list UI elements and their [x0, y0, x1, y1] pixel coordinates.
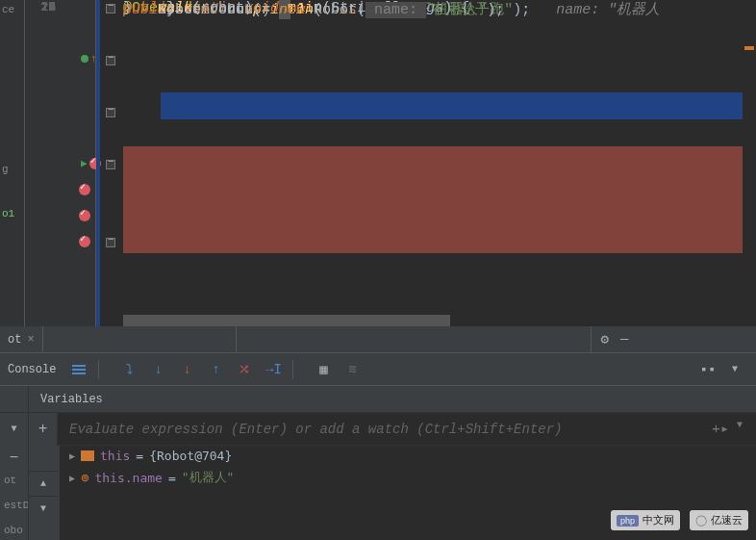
- breakpoint-icon[interactable]: [79, 236, 90, 247]
- add-watch-button[interactable]: +: [29, 413, 58, 446]
- expand-icon[interactable]: ▶: [69, 450, 75, 461]
- fold-icon[interactable]: [106, 108, 115, 117]
- chevron-down-icon[interactable]: ▼: [0, 413, 29, 446]
- horizontal-scrollbar[interactable]: [123, 315, 756, 326]
- expand-icon[interactable]: ▶: [69, 473, 75, 483]
- close-icon[interactable]: ×: [27, 333, 34, 347]
- variables-title: Variables: [29, 393, 114, 406]
- chevron-down-icon[interactable]: ▼: [725, 360, 744, 379]
- watch-row: ▼ + Evaluate expression (Enter) or add a…: [0, 413, 756, 446]
- variables-header: Variables: [0, 386, 756, 413]
- step-into-icon[interactable]: ↓: [148, 360, 167, 379]
- fold-icon[interactable]: [106, 56, 115, 65]
- minimize-icon[interactable]: —: [620, 331, 628, 347]
- fold-icon[interactable]: [106, 160, 115, 169]
- fold-icon[interactable]: [106, 238, 115, 247]
- override-marker-icon[interactable]: [81, 55, 88, 63]
- frames-selector[interactable]: [236, 326, 592, 352]
- move-up-icon[interactable]: ▲: [29, 471, 58, 496]
- watermark: php中文网 ◯亿速云: [611, 510, 748, 530]
- step-over-icon[interactable]: ⤵: [119, 360, 139, 379]
- field-icon: ⊚: [81, 470, 88, 485]
- code-editor[interactable]: ce g o1 16 17 18 ↑ 19 20 21 22 ▶ 23 24 2…: [0, 0, 756, 326]
- chevron-down-icon[interactable]: ▼: [737, 420, 743, 438]
- evaluate-input[interactable]: Evaluate expression (Enter) or add a wat…: [60, 422, 712, 437]
- object-icon: [81, 450, 94, 461]
- tab-label: ot: [8, 333, 21, 347]
- variable-row[interactable]: ▶ this = {Robot@704}: [60, 446, 756, 466]
- vertical-scrollbar[interactable]: [743, 0, 756, 326]
- threads-icon[interactable]: [69, 360, 88, 379]
- project-strip: ce g o1: [0, 0, 25, 326]
- gear-icon[interactable]: ⚙: [601, 331, 609, 347]
- evaluate-icon[interactable]: ▦: [314, 360, 333, 379]
- gutter[interactable]: 16 17 18 ↑ 19 20 21 22 ▶ 23 24 25 26 27: [25, 0, 96, 326]
- debug-tab-bar: ot × ⚙ —: [0, 326, 756, 353]
- trace-icon[interactable]: ≋: [342, 360, 362, 379]
- run-to-cursor-icon[interactable]: →I: [264, 360, 283, 379]
- drop-frame-icon[interactable]: ⤮: [235, 360, 254, 379]
- breakpoint-icon[interactable]: [79, 210, 90, 221]
- console-label[interactable]: Console: [4, 363, 60, 376]
- remove-watch-button[interactable]: −: [0, 446, 29, 471]
- add-icon[interactable]: +▸: [712, 420, 729, 438]
- breakpoint-icon[interactable]: [79, 184, 90, 195]
- move-down-icon[interactable]: ▼: [29, 496, 58, 521]
- code-content[interactable]: } @Override public void run() System.out…: [96, 0, 756, 326]
- run-gutter-icon[interactable]: ▶: [81, 157, 88, 169]
- debug-toolbar: Console ⤵ ↓ ↓ ↑ ⤮ →I ▦ ≋ ▪▪ ▼: [0, 353, 756, 386]
- debug-tab[interactable]: ot ×: [0, 326, 43, 352]
- variable-row[interactable]: ▶ ⊚ this.name = "机器人": [60, 466, 756, 489]
- force-step-into-icon[interactable]: ↓: [177, 360, 196, 379]
- step-out-icon[interactable]: ↑: [206, 360, 225, 379]
- layout-icon[interactable]: ▪▪: [698, 360, 718, 379]
